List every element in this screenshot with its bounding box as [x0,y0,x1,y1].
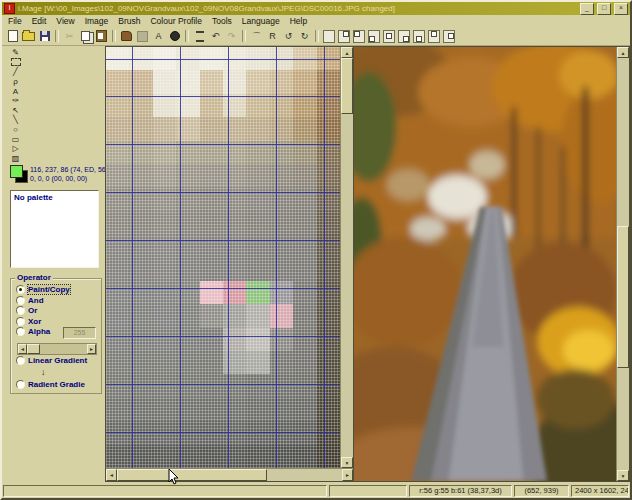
pixel-block[interactable] [200,328,223,351]
pixel-block[interactable] [317,94,340,117]
pixel-block[interactable] [106,258,129,281]
pixel-block[interactable] [176,234,199,257]
radio-paint-copy[interactable] [16,285,25,294]
close-button[interactable]: × [614,3,628,15]
pixel-block[interactable] [200,70,223,93]
pixel-block[interactable] [200,304,223,327]
pixel-block[interactable] [317,211,340,234]
pixel-block[interactable] [293,328,316,351]
measure-button[interactable] [192,30,207,43]
color-swatches[interactable] [10,165,28,183]
menu-image[interactable]: Image [80,16,114,26]
pixel-block[interactable] [293,258,316,281]
pixel-block[interactable] [223,164,246,187]
radio-linear-gradient[interactable] [16,356,25,365]
pixel-block[interactable] [106,141,129,164]
alpha-value-field[interactable]: 255 [63,327,96,339]
radio-radial-gradient-label[interactable]: Radient Gradie [28,380,85,389]
pixel-block[interactable] [223,398,246,421]
pixel-block[interactable] [200,281,223,304]
palette-panel[interactable]: No palette [10,190,99,268]
pixel-block[interactable] [176,421,199,444]
pixel-block[interactable] [106,164,129,187]
new-file-button[interactable] [5,30,20,43]
pixel-block[interactable] [317,351,340,374]
pixel-block[interactable] [223,445,246,468]
pixel-block[interactable] [223,351,246,374]
pixel-block[interactable] [200,351,223,374]
copy-button[interactable] [78,30,93,43]
pixel-block[interactable] [223,304,246,327]
pixel-block[interactable] [317,304,340,327]
undo-button[interactable]: ↶ [208,30,223,43]
pixel-block[interactable] [129,445,152,468]
pixel-block[interactable] [106,281,129,304]
pixel-block[interactable] [153,398,176,421]
pixel-block[interactable] [153,187,176,210]
pixel-block[interactable] [246,94,269,117]
pixel-block[interactable] [176,398,199,421]
radio-linear-gradient-label[interactable]: Linear Gradient [28,356,87,365]
pixel-block[interactable] [129,234,152,257]
photo-vertical-scrollbar[interactable]: ▲ ▼ [616,47,629,481]
pixel-block[interactable] [293,351,316,374]
pixel-block[interactable] [293,421,316,444]
alpha-slider[interactable]: ◄ ► [17,343,97,355]
pixel-block[interactable] [246,281,269,304]
pixel-block[interactable] [246,304,269,327]
menu-file[interactable]: File [3,16,27,26]
pixel-block[interactable] [176,187,199,210]
slider-thumb[interactable] [27,344,40,354]
pixel-block[interactable] [246,117,269,140]
pattern-button[interactable] [135,30,150,43]
scroll-up-icon[interactable]: ▲ [341,47,353,58]
pixel-block[interactable] [200,258,223,281]
scroll-down-icon[interactable]: ▼ [341,457,353,468]
pixel-block[interactable] [106,421,129,444]
cut-button[interactable]: ✂ [62,30,77,43]
radio-paint-copy-label[interactable]: Paint/Copy [28,285,70,294]
mirror-button[interactable]: R [265,30,280,43]
pixel-block[interactable] [200,445,223,468]
pixel-block[interactable] [153,47,176,70]
pixel-block[interactable] [317,281,340,304]
pixel-block[interactable] [246,374,269,397]
pixel-block[interactable] [106,328,129,351]
scroll-thumb[interactable] [341,58,353,114]
pointer-tool[interactable]: ↖ [8,106,23,116]
pixel-block[interactable] [270,47,293,70]
pixel-block[interactable] [106,398,129,421]
pixel-block[interactable] [176,281,199,304]
pixel-canvas[interactable] [106,47,340,468]
pixel-block[interactable] [176,258,199,281]
pixel-block[interactable] [153,70,176,93]
pixel-block[interactable] [270,304,293,327]
pixel-block[interactable] [129,374,152,397]
pixel-block[interactable] [270,398,293,421]
pixel-block[interactable] [293,94,316,117]
zoom-tool[interactable]: ρ [8,77,23,87]
pixel-block[interactable] [317,164,340,187]
pan-button[interactable] [167,30,182,43]
pixel-block[interactable] [129,94,152,117]
scroll-right-icon[interactable]: ► [342,469,353,481]
pixel-block[interactable] [270,351,293,374]
title-bar[interactable]: i i.Mage [W:\00_Images\102_09NOVGrandvau… [2,2,630,15]
maximize-button[interactable]: □ [597,3,611,15]
radio-and-label[interactable]: And [28,296,44,305]
pixel-block[interactable] [293,234,316,257]
open-file-button[interactable] [21,30,36,43]
pixel-block[interactable] [246,141,269,164]
pixel-block[interactable] [200,117,223,140]
scroll-left-icon[interactable]: ◄ [106,469,117,481]
pixel-block[interactable] [223,258,246,281]
pixel-block[interactable] [223,47,246,70]
pixel-block[interactable] [176,328,199,351]
scroll-up-icon[interactable]: ▲ [617,47,629,58]
pixel-block[interactable] [106,351,129,374]
pixel-block[interactable] [176,141,199,164]
pixel-block[interactable] [223,234,246,257]
pixel-block[interactable] [200,421,223,444]
pixel-block[interactable] [153,117,176,140]
pixel-block[interactable] [223,117,246,140]
